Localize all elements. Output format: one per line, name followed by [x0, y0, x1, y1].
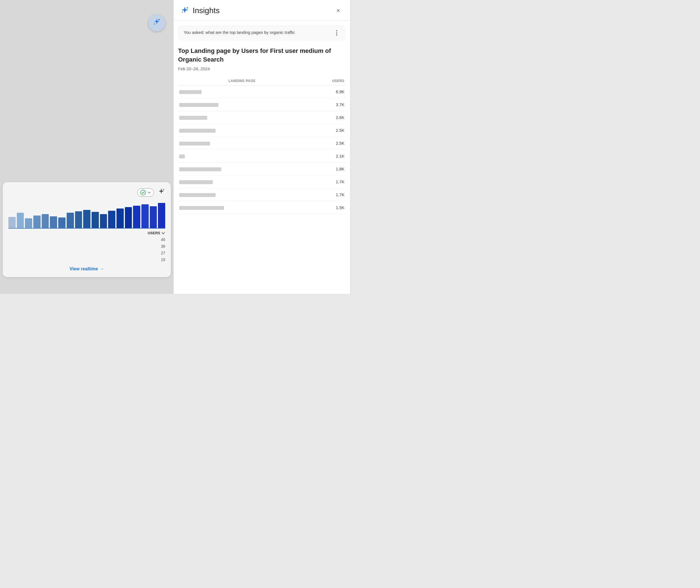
- chart-bar: [33, 215, 41, 228]
- users-cell: 1.7K: [306, 188, 345, 201]
- table-row: 2.5K: [178, 124, 345, 137]
- chart-card-header: [8, 188, 165, 197]
- query-text: You asked: what are the top landing page…: [184, 29, 332, 36]
- y-axis-label: 27: [161, 251, 165, 255]
- chart-bar: [125, 207, 132, 228]
- left-panel: USERS 46382719 View realtime →: [0, 0, 174, 294]
- result-date: Feb 20–26, 2024: [178, 66, 345, 71]
- users-cell: 1.8K: [306, 162, 345, 175]
- landing-page-cell: [178, 98, 306, 111]
- users-cell: 2.5K: [306, 137, 345, 149]
- blurred-page-name: [179, 193, 215, 197]
- users-label-row: USERS: [8, 231, 165, 235]
- landing-page-cell: [178, 201, 306, 214]
- y-axis-label: 46: [161, 237, 165, 242]
- blurred-page-name: [179, 206, 224, 210]
- y-axis-label: 19: [161, 257, 165, 262]
- chart-sparkle-icon[interactable]: [157, 188, 165, 197]
- table-row: 2.6K: [178, 111, 345, 124]
- users-cell: 2.1K: [306, 149, 345, 162]
- blurred-page-name: [179, 103, 218, 107]
- users-cell: 2.5K: [306, 124, 345, 137]
- chart-bar: [17, 213, 24, 228]
- more-options-button[interactable]: ⋮: [332, 29, 341, 37]
- table-row: 3.7K: [178, 98, 345, 111]
- blurred-page-name: [179, 154, 185, 158]
- col-users: USERS: [306, 77, 345, 85]
- chart-bar: [8, 217, 16, 228]
- users-cell: 1.5K: [306, 201, 345, 214]
- table-row: 2.5K: [178, 137, 345, 149]
- blurred-page-name: [179, 90, 202, 94]
- result-title: Top Landing page by Users for First user…: [178, 47, 345, 64]
- users-cell: 6.9K: [306, 85, 345, 98]
- chart-y-axis: 46382719: [8, 237, 165, 262]
- landing-page-cell: [178, 149, 306, 162]
- chart-bar: [42, 214, 49, 228]
- chart-bar: [92, 212, 99, 228]
- chart-bar: [100, 214, 107, 228]
- chart-bar: [158, 203, 165, 228]
- users-cell: 3.7K: [306, 98, 345, 111]
- insights-title: Insights: [193, 6, 333, 15]
- query-card: You asked: what are the top landing page…: [178, 25, 345, 41]
- landing-page-cell: [178, 175, 306, 188]
- blurred-page-name: [179, 167, 221, 171]
- insights-header: Insights ×: [174, 0, 350, 20]
- chart-bar: [75, 211, 82, 228]
- chart-bar: [133, 206, 140, 228]
- table-row: 1.8K: [178, 162, 345, 175]
- chart-bar: [141, 204, 149, 228]
- landing-page-cell: [178, 188, 306, 201]
- landing-page-cell: [178, 137, 306, 149]
- view-realtime-link[interactable]: View realtime →: [8, 266, 165, 271]
- table-row: 2.1K: [178, 149, 345, 162]
- users-cell: 2.6K: [306, 111, 345, 124]
- table-row: 6.9K: [178, 85, 345, 98]
- landing-page-cell: [178, 124, 306, 137]
- blurred-page-name: [179, 116, 207, 120]
- chart-bar: [116, 209, 124, 228]
- landing-page-cell: [178, 111, 306, 124]
- chart-bar: [83, 210, 90, 228]
- chart-bar: [108, 211, 115, 228]
- insights-fab-button[interactable]: [148, 15, 165, 31]
- chart-bar: [25, 218, 32, 228]
- insights-header-icon: [180, 6, 189, 16]
- realtime-chart-card: USERS 46382719 View realtime →: [3, 182, 171, 277]
- chart-bar: [58, 217, 65, 228]
- blurred-page-name: [179, 142, 210, 146]
- y-axis-label: 38: [161, 244, 165, 249]
- landing-page-cell: [178, 162, 306, 175]
- chart-bar: [50, 216, 57, 228]
- table-row: 1.7K: [178, 175, 345, 188]
- blurred-page-name: [179, 129, 215, 133]
- check-circle-icon: [140, 190, 146, 195]
- insights-body: You asked: what are the top landing page…: [174, 20, 350, 294]
- landing-page-cell: [178, 85, 306, 98]
- chart-bar: [150, 206, 157, 228]
- chart-bar: [67, 213, 74, 228]
- blurred-page-name: [179, 180, 213, 184]
- col-landing-page: LANDING PAGE: [178, 77, 306, 85]
- users-cell: 1.7K: [306, 175, 345, 188]
- landing-page-table: LANDING PAGE USERS 6.9K3.7K2.6K2.5K2.5K2…: [178, 77, 345, 214]
- check-dropdown[interactable]: [137, 188, 154, 197]
- users-dropdown-icon: [161, 231, 165, 235]
- table-row: 1.7K: [178, 188, 345, 201]
- users-label[interactable]: USERS: [147, 231, 165, 235]
- table-row: 1.5K: [178, 201, 345, 214]
- close-button[interactable]: ×: [333, 6, 343, 16]
- sparkle-fab-icon: [152, 18, 161, 28]
- bar-chart: [8, 201, 165, 229]
- right-panel: Insights × You asked: what are the top l…: [174, 0, 350, 294]
- dropdown-arrow-icon: [147, 191, 151, 194]
- arrow-right-icon: →: [100, 266, 104, 271]
